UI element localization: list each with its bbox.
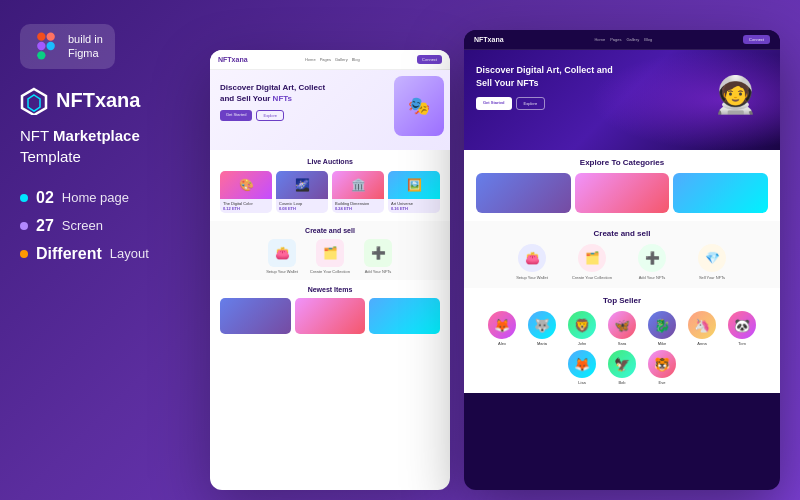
pr-nav-gallery: Gallery [626, 37, 639, 42]
pr-step-3: ➕ Add Your NFTs [625, 244, 680, 280]
pr-hero-btn1[interactable]: Get Started [476, 97, 512, 110]
pr-step-1: 👛 Setup Your Wallet [505, 244, 560, 280]
auction-img-4: 🖼️ [388, 171, 440, 199]
pr-nav-blog: Blog [644, 37, 652, 42]
auction-img-1: 🎨 [220, 171, 272, 199]
nav-link-home: Home [305, 57, 316, 62]
seller-name-10: Eve [644, 380, 680, 385]
preview-right-nav-links: Home Pages Gallery Blog [594, 37, 652, 42]
seller-name-7: Tom [724, 341, 760, 346]
preview-right-categories: Explore To Categories [464, 150, 780, 221]
auction-price-1: 0.12 ETH [223, 206, 269, 211]
pr-step-icon-2: 🗂️ [578, 244, 606, 272]
seller-name-1: Alex [484, 341, 520, 346]
seller-avatar-2: 🐺 [528, 311, 556, 339]
category-item-2 [575, 173, 670, 213]
hero-highlight: NFTs [273, 94, 292, 103]
preview-left-connect-btn[interactable]: Connect [417, 55, 442, 64]
auction-info-1: The Digital Color 0.12 ETH [220, 199, 272, 213]
preview-left-auctions: Live Auctions 🎨 The Digital Color 0.12 E… [210, 150, 450, 221]
feature-screens: 27 Screen [20, 217, 180, 235]
preview-left-hero-btn2[interactable]: Explore [256, 110, 284, 121]
create-label-2: Create Your Collection [308, 269, 352, 274]
auction-grid: 🎨 The Digital Color 0.12 ETH 🌌 Cosmic Lo… [220, 171, 440, 213]
preview-left-hero-title: Discover Digital Art, Collect and Sell Y… [220, 82, 330, 104]
preview-right-connect-btn[interactable]: Connect [743, 35, 770, 44]
auction-price-2: 0.08 ETH [279, 206, 325, 211]
dot-purple [20, 222, 28, 230]
seller-name-6: Anna [684, 341, 720, 346]
seller-avatar-10: 🐯 [648, 350, 676, 378]
pr-step-icon-1: 👛 [518, 244, 546, 272]
preview-left-nav: NFTxana Home Pages Gallery Blog Connect [210, 50, 450, 70]
svg-rect-1 [46, 33, 54, 41]
figma-icon [32, 32, 60, 60]
auction-img-2: 🌌 [276, 171, 328, 199]
nav-link-blog: Blog [352, 57, 360, 62]
astronaut-emoji: 🧑‍🚀 [713, 74, 758, 116]
preview-right-nav: NFTxana Home Pages Gallery Blog Connect [464, 30, 780, 50]
seller-name-4: Sara [604, 341, 640, 346]
feature-num-2: 27 [36, 217, 54, 235]
pr-nav-pages: Pages [610, 37, 621, 42]
seller-7: 🐼 Tom [724, 311, 760, 346]
pr-create-title: Create and sell [476, 229, 768, 238]
auction-info-2: Cosmic Loop 0.08 ETH [276, 199, 328, 213]
seller-10: 🐯 Eve [644, 350, 680, 385]
feature-label-3: Layout [110, 246, 149, 261]
feature-label-2: Screen [62, 218, 103, 233]
auction-item-1: 🎨 The Digital Color 0.12 ETH [220, 171, 272, 213]
seller-6: 🦄 Anna [684, 311, 720, 346]
seller-name-3: John [564, 341, 600, 346]
figma-badge-text: build in Figma [68, 32, 103, 61]
pr-step-2: 🗂️ Create Your Collection [565, 244, 620, 280]
pr-step-icon-3: ➕ [638, 244, 666, 272]
seller-name-2: Maria [524, 341, 560, 346]
seller-avatar-3: 🦁 [568, 311, 596, 339]
tagline-bold: Marketplace [53, 127, 140, 144]
preview-right-create: Create and sell 👛 Setup Your Wallet 🗂️ C… [464, 221, 780, 288]
pr-step-icon-4: 💎 [698, 244, 726, 272]
seller-name-9: Bob [604, 380, 640, 385]
pr-step-label-1: Setup Your Wallet [505, 275, 560, 280]
create-icon-1: 👛 [268, 239, 296, 267]
create-label-1: Setup Your Wallet [260, 269, 304, 274]
pr-step-label-4: Sell Your NFTs [685, 275, 740, 280]
seller-avatar-7: 🐼 [728, 311, 756, 339]
feature-bold-3: Different [36, 245, 102, 263]
brand-logo: NFTxana [20, 87, 180, 115]
auction-img-3: 🏛️ [332, 171, 384, 199]
seller-9: 🦅 Bob [604, 350, 640, 385]
auction-item-3: 🏛️ Building Dimension 0.24 ETH [332, 171, 384, 213]
create-icon-3: ➕ [364, 239, 392, 267]
preview-right-hero: Discover Digital Art, Collect and Sell Y… [464, 50, 780, 150]
brand-icon [20, 87, 48, 115]
pr-nav-home: Home [594, 37, 605, 42]
newest-item-3 [369, 298, 440, 334]
auction-price-4: 0.16 ETH [391, 206, 437, 211]
pr-step-4: 💎 Sell Your NFTs [685, 244, 740, 280]
category-item-1 [476, 173, 571, 213]
tagline: NFT Marketplace Template [20, 125, 180, 167]
auction-price-3: 0.24 ETH [335, 206, 381, 211]
preview-left-nav-links: Home Pages Gallery Blog [305, 57, 360, 62]
auction-item-2: 🌌 Cosmic Loop 0.08 ETH [276, 171, 328, 213]
feature-label-1: Home page [62, 190, 129, 205]
seller-3: 🦁 John [564, 311, 600, 346]
newest-item-1 [220, 298, 291, 334]
auctions-title: Live Auctions [220, 158, 440, 165]
feature-home-pages: 02 Home page [20, 189, 180, 207]
tagline-suffix: Template [20, 148, 81, 165]
preview-left-hero: Discover Digital Art, Collect and Sell Y… [210, 70, 450, 150]
seller-5: 🐉 Mike [644, 311, 680, 346]
figma-badge: build in Figma [20, 24, 115, 69]
preview-left-hero-btn1[interactable]: Get Started [220, 110, 252, 121]
preview-card-right: NFTxana Home Pages Gallery Blog Connect … [464, 30, 780, 490]
pr-hero-btn2[interactable]: Explore [516, 97, 546, 110]
create-step-2: 🗂️ Create Your Collection [308, 239, 352, 274]
pr-step-label-2: Create Your Collection [565, 275, 620, 280]
preview-right-topseller: Top Seller 🦊 Alex 🐺 Maria 🦁 John 🦋 Sara [464, 288, 780, 393]
seller-avatar-1: 🦊 [488, 311, 516, 339]
seller-avatar-9: 🦅 [608, 350, 636, 378]
brand-name: NFTxana [56, 89, 140, 112]
